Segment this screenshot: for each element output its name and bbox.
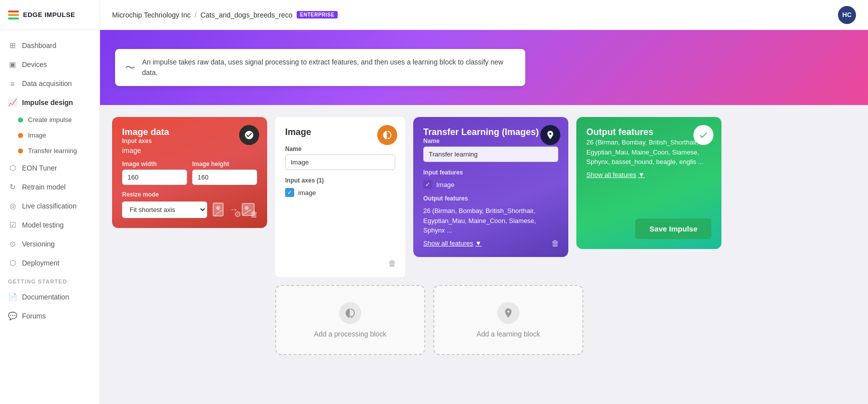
logo-bar-2: [8, 14, 19, 16]
logo: EDGE IMPULSE: [0, 0, 100, 30]
settings-button[interactable]: ⚙: [232, 208, 243, 221]
enterprise-badge: ENTERPRISE: [297, 11, 338, 18]
info-icon: 〜: [125, 61, 135, 74]
save-impulse-button[interactable]: Save Impulse: [635, 218, 711, 239]
sidebar-item-eon-tuner[interactable]: ⬡ EON Tuner: [0, 158, 100, 178]
image-height-field: Image height: [192, 160, 257, 185]
svg-point-1: [216, 206, 220, 210]
add-learning-label: Add a learning block: [477, 330, 540, 338]
image-axis-checked-icon: ✓: [285, 188, 294, 197]
transfer-learning-icon: [540, 125, 560, 145]
image-processing-card: Image Name Input axes (1) ✓ image 🗑: [275, 117, 405, 277]
resize-mode-select[interactable]: Fit shortest axis Fit longest axis Squas…: [122, 202, 207, 218]
devices-icon: ▣: [8, 60, 17, 69]
delete-image-button[interactable]: 🗑: [386, 257, 398, 270]
sidebar-item-live-classification[interactable]: ◎ Live classification: [0, 196, 100, 216]
input-features-check-row: ✓ Image: [423, 180, 558, 189]
data-acquisition-icon: ≡: [8, 79, 17, 88]
input-axes-label: Input axes: [122, 138, 257, 144]
sidebar-item-dashboard[interactable]: ⊞ Dashboard: [0, 36, 100, 55]
image-data-card: Image data Input axes image Image width …: [112, 117, 267, 228]
image-width-input[interactable]: [122, 170, 187, 185]
sidebar-item-label: Model testing: [22, 221, 64, 229]
add-processing-icon: [339, 302, 361, 324]
image-name-label: Name: [285, 146, 395, 152]
output-features-text: 26 (Birman, Bombay, British_Shorthair, E…: [423, 206, 558, 236]
sidebar-item-label: Retrain model: [22, 183, 66, 191]
sidebar-item-versioning[interactable]: ⊙ Versioning: [0, 234, 100, 254]
dimensions-row: Image width Image height: [122, 160, 257, 185]
eon-tuner-icon: ⬡: [8, 164, 17, 172]
image-axis-label: image: [298, 189, 316, 196]
sidebar-item-label: Impulse design: [22, 98, 73, 106]
output-show-features-link[interactable]: Show all features ▼: [586, 171, 711, 178]
dot-icon: [18, 133, 23, 138]
sidebar-item-label: Data acquisition: [22, 80, 72, 88]
breadcrumb-company: Microchip Technology Inc: [112, 11, 191, 19]
sidebar: EDGE IMPULSE ⊞ Dashboard ▣ Devices ≡ Dat…: [0, 0, 100, 404]
versioning-icon: ⊙: [8, 240, 17, 248]
delete-image-data-button[interactable]: 🗑: [248, 208, 260, 221]
sidebar-item-label: Dashboard: [22, 42, 57, 50]
input-axes-value: image: [122, 146, 257, 154]
sidebar-item-label: EON Tuner: [22, 164, 57, 172]
getting-started-label: GETTING STARTED: [0, 272, 100, 288]
sidebar-item-model-testing[interactable]: ☑ Model testing: [0, 216, 100, 234]
transfer-learning-card: Transfer Learning (Images) Name Input fe…: [413, 117, 568, 257]
output-features-card: Output features 26 (Birman, Bombay, Brit…: [576, 117, 721, 249]
model-testing-icon: ☑: [8, 220, 17, 230]
impulse-design-icon: 📈: [8, 98, 17, 107]
sidebar-item-deployment[interactable]: ⬡ Deployment: [0, 254, 100, 272]
input-axis-checkbox-row: ✓ image: [285, 188, 395, 197]
sidebar-sub-item-create-impulse[interactable]: Create impulse: [0, 112, 100, 128]
sidebar-item-label: Deployment: [22, 259, 60, 267]
sidebar-navigation: ⊞ Dashboard ▣ Devices ≡ Data acquisition…: [0, 30, 100, 404]
output-features-icon: [693, 125, 713, 145]
impulse-grid: Image data Input axes image Image width …: [112, 117, 856, 277]
image-card-icon: [377, 125, 397, 145]
sidebar-sub-item-transfer-learning[interactable]: Transfer learning: [0, 143, 100, 158]
transfer-name-label: Name: [423, 138, 558, 144]
image-width-label: Image width: [122, 160, 187, 168]
sidebar-item-devices[interactable]: ▣ Devices: [0, 55, 100, 74]
dot-icon: [18, 118, 23, 122]
add-learning-icon: [497, 302, 519, 324]
image-name-input[interactable]: [285, 154, 395, 170]
live-class-icon: ◎: [8, 202, 17, 210]
sidebar-item-forums[interactable]: 💬 Forums: [0, 306, 100, 326]
sidebar-item-data-acquisition[interactable]: ≡ Data acquisition: [0, 74, 100, 93]
input-axes-1-label: Input axes (1): [285, 177, 395, 184]
top-header: Microchip Technology Inc / Cats_and_dogs…: [100, 0, 868, 30]
sidebar-sub-item-image[interactable]: Image: [0, 128, 100, 143]
add-processing-block-card[interactable]: Add a processing block: [275, 285, 425, 355]
output-features-label: Output features: [423, 195, 558, 202]
resize-mode-label: Resize mode: [122, 191, 257, 198]
logo-bar-3: [8, 18, 19, 20]
sidebar-item-label: Devices: [22, 60, 47, 68]
sidebar-item-impulse-design[interactable]: 📈 Impulse design: [0, 93, 100, 112]
transfer-name-input[interactable]: [423, 146, 558, 162]
sidebar-item-retrain-model[interactable]: ↻ Retrain model: [0, 178, 100, 196]
add-learning-block-card[interactable]: Add a learning block: [433, 285, 583, 355]
hero-info-text: An impulse takes raw data, uses signal p…: [142, 57, 515, 78]
image-data-card-actions: ⚙ 🗑: [232, 208, 260, 221]
sidebar-item-documentation[interactable]: 📄 Documentation: [0, 288, 100, 306]
page-content: Image data Input axes image Image width …: [100, 105, 868, 404]
sidebar-sub-item-label: Create impulse: [28, 116, 72, 124]
sidebar-item-label: Documentation: [22, 293, 69, 301]
transfer-learning-title: Transfer Learning (Images): [423, 127, 539, 137]
sidebar-item-label: Versioning: [22, 240, 55, 248]
deployment-icon: ⬡: [8, 258, 17, 268]
sidebar-sub-item-label: Image: [28, 132, 46, 139]
image-height-input[interactable]: [192, 170, 257, 185]
breadcrumb-separator: /: [195, 11, 197, 19]
avatar: HC: [838, 6, 856, 24]
breadcrumb: Microchip Technology Inc / Cats_and_dogs…: [112, 11, 338, 19]
dashboard-icon: ⊞: [8, 41, 17, 50]
image-feature-checked-icon: ✓: [423, 180, 432, 189]
delete-transfer-button[interactable]: 🗑: [549, 237, 561, 250]
docs-icon: 📄: [8, 292, 17, 302]
sidebar-item-label: Forums: [22, 312, 46, 320]
show-all-features-link[interactable]: Show all features ▼: [423, 240, 558, 247]
input-features-label: Input features: [423, 169, 558, 176]
